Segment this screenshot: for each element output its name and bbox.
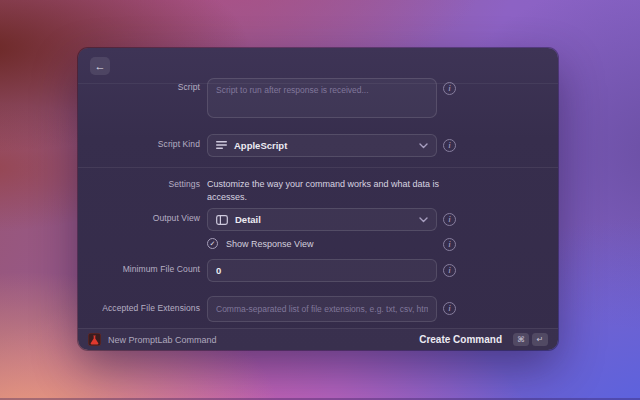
- script-textarea[interactable]: [207, 78, 437, 118]
- info-icon[interactable]: i: [443, 82, 456, 95]
- info-glyph: i: [448, 266, 450, 275]
- window-footer: New PromptLab Command Create Command ⌘ ↵: [78, 328, 558, 350]
- text-lines-icon: [216, 140, 227, 151]
- promptlab-flask-icon: [88, 333, 101, 346]
- output-view-value: Detail: [235, 214, 419, 225]
- info-icon[interactable]: i: [443, 139, 456, 152]
- info-glyph: i: [448, 215, 450, 224]
- settings-description: Customize the way your command works and…: [207, 178, 451, 204]
- settings-label: Settings: [78, 179, 200, 189]
- section-divider: [78, 167, 558, 168]
- minimum-file-count-input[interactable]: [207, 259, 437, 282]
- info-icon[interactable]: i: [443, 302, 456, 315]
- info-glyph: i: [448, 84, 450, 93]
- chevron-down-icon: [419, 217, 428, 223]
- script-kind-select[interactable]: AppleScript: [207, 134, 437, 157]
- return-key-icon: ↵: [532, 333, 548, 346]
- info-glyph: i: [448, 240, 450, 249]
- cmd-key-icon: ⌘: [513, 333, 529, 346]
- info-icon[interactable]: i: [443, 213, 456, 226]
- create-command-label: Create Command: [419, 334, 502, 345]
- script-kind-label: Script Kind: [78, 139, 200, 149]
- show-response-view-checkbox-row[interactable]: ✓ Show Response View: [207, 238, 313, 249]
- minimum-file-count-label: Minimum File Count: [78, 264, 200, 274]
- script-kind-value: AppleScript: [234, 140, 419, 151]
- arrow-left-icon: ←: [95, 61, 106, 72]
- info-glyph: i: [448, 141, 450, 150]
- check-glyph: ✓: [210, 240, 216, 247]
- create-command-button[interactable]: Create Command ⌘ ↵: [419, 333, 548, 346]
- show-response-view-label: Show Response View: [226, 239, 313, 249]
- info-icon[interactable]: i: [443, 264, 456, 277]
- info-icon[interactable]: i: [443, 238, 456, 251]
- accepted-file-extensions-label: Accepted File Extensions: [78, 303, 200, 313]
- checkbox-checked-icon[interactable]: ✓: [207, 238, 218, 249]
- info-glyph: i: [448, 304, 450, 313]
- accepted-file-extensions-input[interactable]: [207, 296, 437, 322]
- script-label: Script: [78, 82, 200, 92]
- footer-app-name: New PromptLab Command: [108, 335, 217, 345]
- sidebar-layout-icon: [216, 215, 228, 225]
- chevron-down-icon: [419, 143, 428, 149]
- back-button[interactable]: ←: [90, 57, 110, 75]
- output-view-label: Output View: [78, 213, 200, 223]
- promptlab-command-window: ← Script i Script Kind AppleScript i Set…: [78, 48, 558, 350]
- output-view-select[interactable]: Detail: [207, 208, 437, 231]
